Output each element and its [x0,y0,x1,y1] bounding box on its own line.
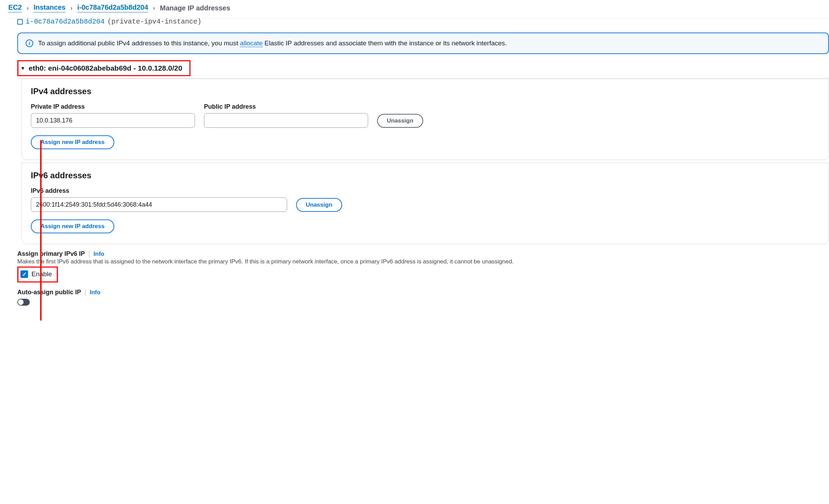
chevron-right-icon: › [70,4,72,12]
private-ip-input[interactable] [31,113,195,128]
checkbox-outline-icon[interactable] [17,19,23,25]
ipv6-panel: IPv6 addresses IPv6 address Unassign Ass… [21,163,829,244]
breadcrumb-instance-id[interactable]: i-0c78a76d2a5b8d204 [77,3,148,12]
breadcrumb-current: Manage IP addresses [160,4,230,12]
annotation-highlight-eni: ▼ eth0: eni-04c06082abebab69d - 10.0.128… [17,60,190,76]
chevron-right-icon: › [153,4,155,12]
allocate-link[interactable]: allocate [240,39,263,47]
auto-assign-public-ip-block: Auto-assign public IP Info [17,289,829,307]
allocate-eip-info-banner: i To assign additional public IPv4 addre… [17,33,829,54]
eni-header-label: eth0: eni-04c06082abebab69d - 10.0.128.0… [29,64,182,72]
ipv6-address-label: IPv6 address [31,187,287,195]
info-icon: i [26,39,33,47]
assign-primary-ipv6-description: Makes the first IPv6 address that is ass… [17,258,829,265]
ipv4-unassign-button[interactable]: Unassign [377,114,423,128]
assign-primary-ipv6-info-link[interactable]: Info [93,251,104,258]
breadcrumb-ec2[interactable]: EC2 [8,3,22,12]
instance-note: (private-ipv4-instance) [107,18,201,26]
breadcrumb: EC2 › Instances › i-0c78a76d2a5b8d204 › … [0,0,829,18]
ipv6-address-input[interactable] [31,197,287,212]
banner-text: To assign additional public IPv4 address… [38,39,507,47]
enable-label: Enable [32,270,52,278]
public-ip-label: Public IP address [204,103,368,110]
public-ip-input[interactable] [204,113,368,128]
annotation-highlight-enable: ✓ Enable [17,267,58,282]
assign-primary-ipv6-title: Assign primary IPv6 IP [17,250,85,258]
assign-primary-ipv6-block: Assign primary IPv6 IP Info Makes the fi… [17,250,829,282]
ipv6-unassign-button[interactable]: Unassign [296,198,342,212]
auto-assign-title: Auto-assign public IP [17,289,81,296]
ipv4-panel: IPv4 addresses Private IP address Public… [21,79,829,160]
ipv6-assign-new-button[interactable]: Assign new IP address [31,219,114,233]
eni-expander[interactable]: ▼ eth0: eni-04c06082abebab69d - 10.0.128… [20,64,183,72]
private-ip-label: Private IP address [31,103,195,110]
vertical-divider [85,289,86,296]
breadcrumb-instances[interactable]: Instances [34,3,65,12]
auto-assign-info-link[interactable]: Info [90,289,100,296]
annotation-arrow [40,140,42,321]
instance-id-link[interactable]: i-0c78a76d2a5b8d204 [26,18,105,26]
ipv6-title: IPv6 addresses [31,171,820,180]
banner-prefix: To assign additional public IPv4 address… [38,39,240,47]
ipv4-assign-new-button[interactable]: Assign new IP address [31,135,114,149]
enable-primary-ipv6-checkbox[interactable]: ✓ [20,270,28,278]
chevron-right-icon: › [27,4,29,12]
instance-row: i-0c78a76d2a5b8d204 (private-ipv4-instan… [17,16,829,30]
caret-down-icon: ▼ [20,65,25,71]
ipv4-title: IPv4 addresses [31,87,820,96]
vertical-divider [89,251,89,258]
banner-suffix: Elastic IP addresses and associate them … [263,39,507,47]
auto-assign-toggle[interactable] [17,299,30,306]
